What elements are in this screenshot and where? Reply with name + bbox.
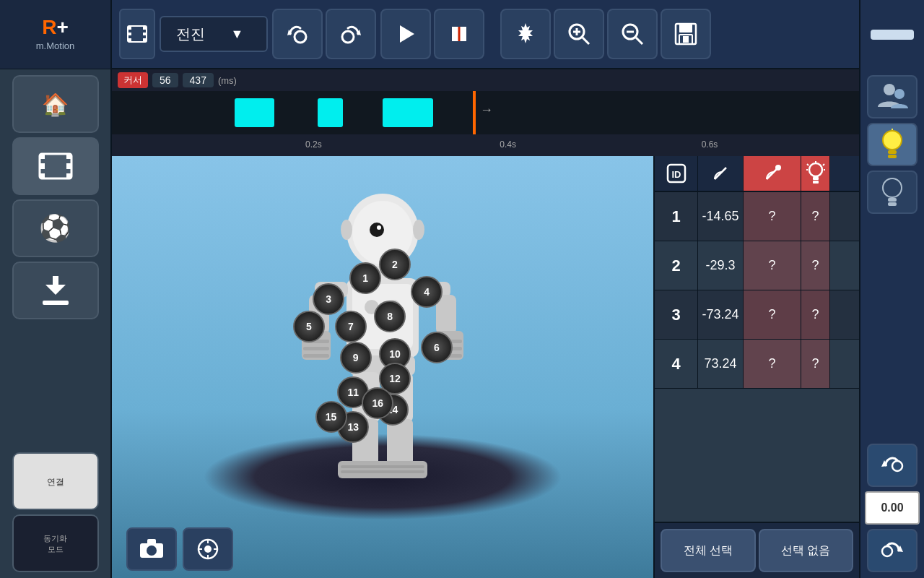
- reset-view-button[interactable]: [183, 527, 233, 571]
- data-panel: ID: [653, 156, 859, 578]
- joint-16[interactable]: 16: [362, 387, 393, 419]
- settings-button[interactable]: [500, 9, 551, 59]
- joint-5[interactable]: 5: [293, 311, 325, 342]
- svg-line-18: [636, 38, 642, 44]
- svg-rect-65: [381, 465, 424, 468]
- timeline-bar-3: [383, 98, 433, 127]
- sidebar-download-btn[interactable]: [12, 262, 99, 319]
- sidebar-sync-btn[interactable]: 동기화 모드: [12, 514, 99, 572]
- stop-button[interactable]: [434, 9, 484, 59]
- svg-rect-53: [303, 354, 329, 358]
- joint-15[interactable]: 15: [315, 401, 347, 433]
- svg-line-80: [715, 168, 726, 179]
- timeline-area: 커서 56 437 (ms) → 0.2s 0.4s 0.6s: [112, 69, 859, 156]
- cell-id-2: 2: [655, 241, 698, 290]
- cursor-label: 커서: [118, 72, 148, 88]
- svg-point-93: [883, 131, 902, 150]
- redo-button[interactable]: [326, 9, 376, 59]
- ruler-mark-2: 0.4s: [500, 139, 516, 150]
- logo-motion: m.Motion: [36, 40, 74, 51]
- film-icon-btn[interactable]: [119, 9, 155, 59]
- top-bar: R+ m.Motion 전진 ▼: [0, 0, 924, 69]
- svg-line-88: [823, 164, 824, 165]
- save-button[interactable]: [661, 9, 711, 59]
- avatar-group-btn[interactable]: [867, 75, 918, 118]
- cell-id-1: 1: [655, 192, 698, 241]
- camera-button[interactable]: [126, 527, 177, 571]
- value-input[interactable]: 0.00: [865, 491, 920, 525]
- timeline-arrow: →: [480, 103, 493, 118]
- svg-rect-52: [303, 347, 329, 350]
- svg-rect-61: [387, 419, 413, 466]
- joint-3[interactable]: 3: [313, 283, 344, 315]
- cell-angle-2: -29.3: [698, 241, 744, 290]
- svg-marker-9: [400, 25, 414, 43]
- sidebar-home-btn[interactable]: 🏠: [12, 75, 99, 133]
- svg-point-83: [809, 163, 822, 176]
- svg-point-36: [370, 223, 384, 237]
- undo-button[interactable]: [272, 9, 323, 59]
- sidebar-motion-btn[interactable]: [12, 137, 99, 195]
- header-id: ID: [655, 156, 698, 191]
- zoom-out-button[interactable]: [607, 9, 658, 59]
- svg-point-8: [342, 31, 354, 43]
- svg-line-14: [583, 38, 589, 44]
- sync-label: 동기화 모드: [43, 533, 67, 555]
- timeline-track[interactable]: →: [112, 91, 859, 134]
- motion-dropdown[interactable]: 전진 ▼: [160, 16, 268, 52]
- cell-col4-1: ?: [801, 192, 830, 241]
- sidebar-soccer-btn[interactable]: ⚽: [12, 199, 99, 257]
- data-panel-footer: 전체 선택 선택 없음: [655, 522, 859, 578]
- table-row: 3 -73.24 ? ?: [655, 290, 859, 340]
- cursor-ms-val: 437: [183, 73, 214, 87]
- joint-2[interactable]: 2: [379, 249, 411, 280]
- joint-6[interactable]: 6: [421, 332, 453, 363]
- cell-id-4: 4: [655, 340, 698, 388]
- select-all-button[interactable]: 전체 선택: [661, 529, 756, 572]
- svg-rect-85: [813, 181, 819, 184]
- main-content: 1 2 3 4 5 6 7 8 9 10 11 12 13 14 15 16: [112, 156, 859, 578]
- svg-rect-2: [143, 26, 147, 30]
- zoom-in-button[interactable]: [554, 9, 604, 59]
- film-reel-icon: [38, 151, 73, 181]
- timeline-header: 커서 56 437 (ms): [112, 69, 859, 91]
- timeline-cursor[interactable]: [473, 91, 476, 134]
- lightbulb-on-btn[interactable]: [867, 123, 918, 166]
- undo-redo-group: [272, 9, 376, 59]
- cell-angle-3: -73.24: [698, 290, 744, 339]
- joint-7[interactable]: 7: [335, 311, 367, 342]
- playback-group: [380, 9, 484, 59]
- cell-col3-4: ?: [744, 340, 801, 388]
- redo-arrow-btn[interactable]: [867, 529, 918, 572]
- cell-angle-4: 73.24: [698, 340, 744, 388]
- svg-rect-84: [813, 177, 819, 180]
- play-button[interactable]: [380, 9, 431, 59]
- soccer-icon: ⚽: [39, 213, 71, 243]
- minimize-btn[interactable]: [871, 30, 914, 40]
- cursor-pos: 56: [152, 73, 178, 87]
- lightbulb-off-btn[interactable]: [867, 171, 918, 214]
- joint-9[interactable]: 9: [340, 342, 372, 374]
- motion-name: 전진: [170, 25, 211, 44]
- svg-point-92: [894, 89, 905, 99]
- deselect-button[interactable]: 선택 없음: [759, 529, 854, 572]
- svg-line-87: [807, 164, 808, 165]
- tool-group: [500, 9, 711, 59]
- svg-point-37: [377, 225, 381, 230]
- undo-arrow-btn[interactable]: [867, 444, 918, 487]
- svg-point-73: [204, 545, 212, 553]
- svg-rect-26: [66, 154, 71, 159]
- svg-rect-71: [147, 539, 156, 545]
- svg-point-97: [883, 178, 902, 197]
- timeline-ruler: 0.2s 0.4s 0.6s: [112, 134, 859, 155]
- cell-angle-1: -14.65: [698, 192, 744, 241]
- svg-rect-94: [888, 150, 897, 154]
- sidebar-connect-btn[interactable]: 연결: [12, 452, 99, 510]
- joint-8[interactable]: 8: [374, 301, 406, 332]
- header-angle-normal: [698, 156, 744, 191]
- header-angle-active: [744, 156, 801, 191]
- joint-1[interactable]: 1: [349, 262, 381, 294]
- table-row: 4 73.24 ? ?: [655, 340, 859, 389]
- cell-col3-1: ?: [744, 192, 801, 241]
- joint-4[interactable]: 4: [411, 276, 443, 308]
